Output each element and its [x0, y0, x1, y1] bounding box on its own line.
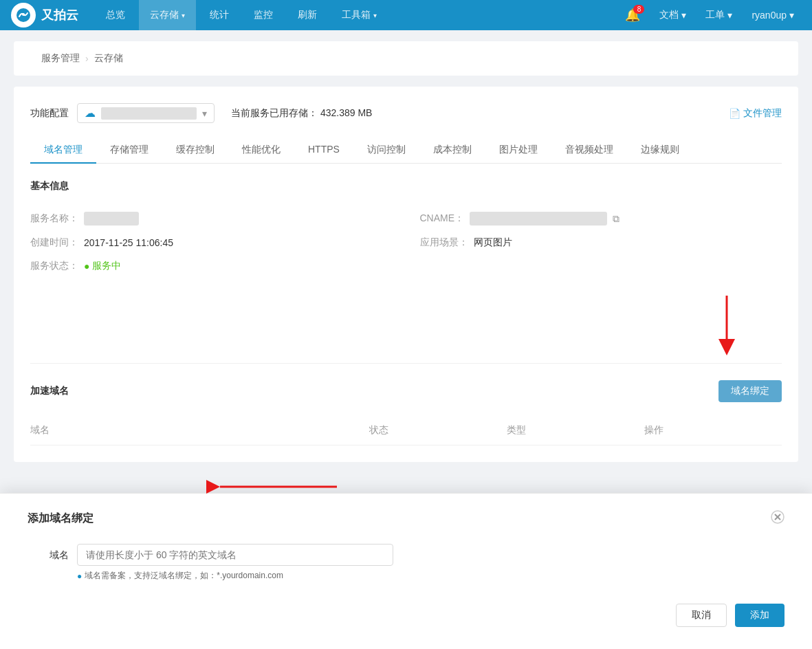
col-action: 操作: [644, 424, 782, 437]
service-name-value: [84, 212, 139, 226]
breadcrumb-separator: ›: [85, 53, 89, 64]
accel-title: 加速域名: [30, 385, 69, 397]
svg-point-1: [22, 13, 25, 16]
accel-domain-section: 加速域名 域名绑定 域名 状态 类型 操作: [30, 380, 782, 446]
tab-edge[interactable]: 边缘规则: [627, 137, 693, 163]
accel-header: 加速域名 域名绑定: [30, 380, 782, 402]
tab-storage[interactable]: 存储管理: [96, 137, 162, 163]
service-selector[interactable]: ☁ ▾: [77, 103, 215, 123]
info-row-scene: 应用场景： 网页图片: [420, 236, 782, 249]
service-name-label: 服务名称：: [30, 212, 78, 225]
cname-label: CNAME：: [420, 212, 465, 225]
file-manage-label: 文件管理: [743, 107, 782, 120]
red-arrow-left-svg: [206, 466, 344, 473]
info-row-cname: CNAME： ⧉: [420, 212, 782, 226]
col-type: 类型: [507, 424, 644, 437]
service-selector-text: [101, 107, 197, 120]
logo-text: 又拍云: [41, 7, 78, 23]
tab-cost[interactable]: 成本控制: [419, 137, 485, 163]
info-row-service-name: 服务名称：: [30, 212, 393, 226]
nav-item-monitor[interactable]: 监控: [243, 0, 284, 30]
tab-cache[interactable]: 缓存控制: [162, 137, 228, 163]
breadcrumb: 服务管理 › 云存储: [14, 41, 798, 76]
nav-docs[interactable]: 文档 ▾: [652, 0, 693, 30]
red-arrow-area: [30, 289, 782, 358]
topnav-right: 🔔 8 文档 ▾ 工单 ▾ ryan0up ▾: [618, 0, 801, 30]
chevron-down-icon: ▾: [727, 10, 732, 21]
red-arrow-down-svg: [630, 289, 768, 358]
tab-https[interactable]: HTTPS: [294, 137, 353, 163]
chevron-down-icon: ▾: [202, 108, 207, 119]
status-badge: ● 服务中: [84, 260, 121, 272]
chevron-down-icon: ▾: [373, 12, 377, 19]
col-domain: 域名: [30, 424, 369, 437]
breadcrumb-item-1: 云存储: [94, 52, 123, 65]
topnav-items: 总览 云存储 ▾ 统计 监控 刷新 工具箱 ▾: [95, 0, 618, 30]
nav-ticket[interactable]: 工单 ▾: [699, 0, 739, 30]
logo[interactable]: 又拍云: [11, 3, 78, 28]
cname-value: [470, 212, 607, 226]
file-manage-link[interactable]: 📄 文件管理: [729, 107, 782, 120]
section-divider: [30, 363, 782, 364]
basic-info-title: 基本信息: [30, 180, 782, 198]
storage-label: 当前服务已用存储：: [231, 107, 318, 118]
tab-performance[interactable]: 性能优化: [228, 137, 294, 163]
red-arrow-left-container: [206, 466, 344, 473]
scene-value: 网页图片: [474, 236, 512, 249]
tabs: 域名管理 存储管理 缓存控制 性能优化 HTTPS 访问控制 成本控制 图片处理…: [30, 137, 782, 164]
main-content: 功能配置 ☁ ▾ 当前服务已用存储： 432.389 MB 📄 文件管理 域名管…: [14, 87, 798, 462]
nav-item-storage[interactable]: 云存储 ▾: [139, 0, 196, 30]
table-header: 域名 状态 类型 操作: [30, 416, 782, 446]
func-config-label: 功能配置: [30, 107, 69, 120]
nav-user[interactable]: ryan0up ▾: [745, 0, 801, 30]
breadcrumb-item-0: 服务管理: [41, 52, 80, 65]
basic-info-section: 基本信息 服务名称： CNAME： ⧉ 创建时间： 2017-11-25 11:…: [30, 180, 782, 272]
info-row-created: 创建时间： 2017-11-25 11:06:45: [30, 236, 393, 249]
topnav: 又拍云 总览 云存储 ▾ 统计 监控 刷新 工具箱 ▾ 🔔 8 文档 ▾: [0, 0, 812, 30]
tab-image[interactable]: 图片处理: [485, 137, 551, 163]
nav-item-stats[interactable]: 统计: [199, 0, 240, 30]
func-config-header: 功能配置 ☁ ▾ 当前服务已用存储： 432.389 MB 📄 文件管理: [30, 103, 782, 123]
col-status: 状态: [369, 424, 507, 437]
created-value: 2017-11-25 11:06:45: [84, 237, 173, 248]
notification-badge: 8: [633, 5, 644, 14]
info-row-status: 服务状态： ● 服务中: [30, 260, 393, 272]
chevron-down-icon: ▾: [182, 12, 185, 19]
storage-value: 432.389 MB: [320, 107, 373, 118]
nav-item-overview[interactable]: 总览: [95, 0, 136, 30]
status-text: 服务中: [92, 260, 121, 272]
status-dot-icon: ●: [84, 261, 89, 272]
tab-domain[interactable]: 域名管理: [30, 137, 96, 163]
domain-bind-button[interactable]: 域名绑定: [718, 380, 782, 402]
tab-access[interactable]: 访问控制: [353, 137, 419, 163]
nav-item-toolbox[interactable]: 工具箱 ▾: [331, 0, 388, 30]
file-icon: 📄: [729, 108, 740, 119]
status-label: 服务状态：: [30, 260, 78, 272]
notification-bell[interactable]: 🔔 8: [618, 8, 647, 23]
logo-icon: [11, 3, 36, 28]
cloud-icon: ☁: [85, 107, 96, 120]
storage-info: 当前服务已用存储： 432.389 MB: [231, 107, 372, 120]
copy-icon[interactable]: ⧉: [613, 213, 619, 225]
created-label: 创建时间：: [30, 236, 78, 249]
chevron-down-icon: ▾: [789, 10, 794, 21]
scene-label: 应用场景：: [420, 236, 468, 249]
info-grid: 服务名称： CNAME： ⧉ 创建时间： 2017-11-25 11:06:45…: [30, 212, 782, 272]
tab-av[interactable]: 音视频处理: [551, 137, 627, 163]
chevron-down-icon: ▾: [681, 10, 686, 21]
nav-item-refresh[interactable]: 刷新: [287, 0, 328, 30]
